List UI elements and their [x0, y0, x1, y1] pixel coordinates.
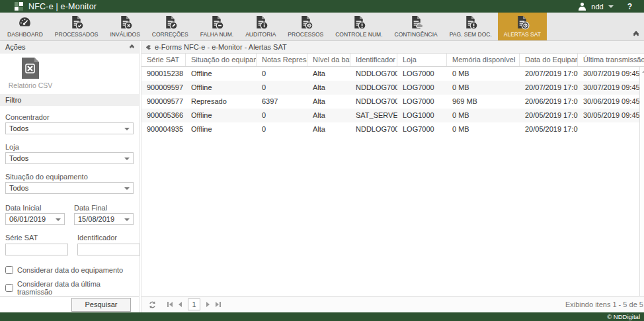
user-menu[interactable]: ndd — [591, 3, 603, 11]
tab-auditoria[interactable]: AUDITORIA — [239, 13, 282, 40]
vertical-scrollbar[interactable] — [639, 67, 644, 296]
table-cell: 30/07/2019 09:45:29 — [578, 67, 644, 81]
table-cell: 900005366 — [141, 109, 186, 122]
help-button[interactable]: ? — [627, 2, 632, 11]
tab-corre-es[interactable]: CORREÇÕES — [146, 13, 194, 40]
data-final-picker[interactable]: 15/08/2019 — [74, 213, 134, 225]
table-cell: 900009577 — [141, 95, 186, 109]
table-cell: NDDLOG7000001 — [350, 67, 397, 81]
chevron-down-icon — [124, 218, 130, 221]
column-header[interactable]: Memória disponível — [447, 54, 520, 66]
previous-page-button[interactable] — [179, 302, 182, 307]
toolbar: DASHBOARDPROCESSADOSINVÁLIDOSCORREÇÕESFA… — [0, 13, 644, 41]
column-header[interactable]: Série SAT — [141, 54, 186, 66]
column-header[interactable]: Loja — [397, 54, 447, 66]
identificador-label: Identificador — [77, 234, 140, 242]
column-header[interactable]: Data do Equipamento — [520, 54, 578, 66]
considerar-data-transmissao-checkbox[interactable] — [5, 284, 13, 292]
tab-label: AUDITORIA — [245, 31, 276, 38]
table-cell: 0 MB — [447, 81, 520, 95]
tab-dashboard[interactable]: DASHBOARD — [1, 13, 49, 40]
tab-alertas-sat[interactable]: ALERTAS SAT — [498, 13, 547, 40]
csv-file-icon — [20, 57, 40, 79]
considerar-data-equipamento-label: Considerar data do equipamento — [17, 266, 123, 274]
serie-sat-label: Série SAT — [5, 234, 68, 242]
toolbar-collapse-button[interactable] — [634, 32, 638, 37]
first-page-button[interactable] — [167, 302, 173, 307]
considerar-data-equipamento-checkbox[interactable] — [5, 266, 13, 274]
tab-inv-lidos[interactable]: INVÁLIDOS — [104, 13, 146, 40]
user-icon — [578, 3, 586, 11]
tab-conting-ncia[interactable]: CONTINGÊNCIA — [389, 13, 444, 40]
current-page-input[interactable]: 1 — [188, 298, 200, 310]
loja-select[interactable]: Todos — [5, 152, 134, 164]
table-cell: NDDLOG7000001 — [350, 95, 397, 109]
next-page-button[interactable] — [206, 302, 210, 307]
last-page-button[interactable] — [216, 302, 221, 307]
table-body: 900015238Offline0AltaNDDLOG7000001LOG700… — [141, 67, 644, 136]
tab-label: PROCESSADOS — [55, 31, 99, 38]
data-inicial-label: Data Inicial — [5, 204, 65, 212]
table-header: Série SATSituação do equipamentoNotas Re… — [141, 54, 644, 67]
table-cell: Alta — [307, 95, 350, 109]
serie-sat-input[interactable] — [5, 244, 68, 255]
tab-label: PAG. SEM DOC. — [450, 31, 492, 38]
table-cell: LOG7000 — [397, 67, 447, 81]
tab-label: FALHA NUM. — [200, 31, 234, 38]
concentrador-select[interactable]: Todos — [5, 122, 134, 134]
table-row[interactable]: 900015238Offline0AltaNDDLOG7000001LOG700… — [141, 67, 644, 81]
tab-pag-sem-doc[interactable]: PAG. SEM DOC. — [444, 13, 498, 40]
table-cell: Offline — [186, 122, 257, 136]
alertas-sat-grid: Série SATSituação do equipamentoNotas Re… — [141, 54, 644, 296]
table-cell: 6397 — [257, 95, 307, 109]
data-inicial-picker[interactable]: 06/01/2019 — [5, 213, 65, 225]
relatorio-csv-label: Relatório CSV — [9, 81, 53, 89]
app-logo-icon — [15, 2, 23, 11]
table-cell: 0 MB — [447, 109, 520, 122]
copyright: © NDDigital — [607, 313, 640, 320]
acoes-collapse-button[interactable] — [130, 45, 134, 49]
data-final-label: Data Final — [74, 204, 134, 212]
column-header[interactable]: Identificador — [350, 54, 397, 66]
column-header[interactable]: Notas Represadas — [257, 54, 307, 66]
identificador-input[interactable] — [77, 244, 140, 255]
table-cell: 20/06/2019 17:09:42 — [520, 95, 578, 109]
tab-label: INVÁLIDOS — [110, 31, 140, 38]
table-cell: 900015238 — [141, 67, 186, 81]
doc-info-icon — [253, 15, 268, 30]
column-header[interactable]: Nível da bateria — [307, 54, 350, 66]
table-row[interactable]: 900009597Offline0AltaNDDLOG7000001LOG700… — [141, 81, 644, 95]
chevron-down-icon[interactable] — [608, 5, 614, 8]
table-cell: 0 MB — [447, 67, 520, 81]
table-cell: Alta — [307, 81, 350, 95]
app-title: NFC-e | e-Monitor — [28, 2, 97, 11]
table-cell: 20/07/2019 17:09:42 — [520, 81, 578, 95]
tab-controle-num[interactable]: CONTROLE NUM. — [329, 13, 388, 40]
pesquisar-button[interactable]: Pesquisar — [71, 298, 131, 312]
doc-gear-icon — [298, 15, 313, 30]
table-cell: 0 — [257, 122, 307, 136]
doc-minus-icon — [209, 15, 224, 30]
table-cell: 20/07/2019 17:09:42 — [520, 67, 578, 81]
relatorio-csv-button[interactable]: Relatório CSV — [11, 57, 50, 89]
table-row[interactable]: 900005366Offline0AltaSAT_SERVER_OFFLOG10… — [141, 109, 644, 122]
refresh-button[interactable] — [148, 300, 157, 309]
column-header[interactable]: Última transmissão — [578, 54, 644, 66]
title-bar: NFC-e | e-Monitor ndd ? — [0, 0, 644, 13]
tab-processados[interactable]: PROCESSADOS — [49, 13, 104, 40]
table-cell: 30/07/2019 09:45:29 — [578, 81, 644, 95]
acoes-title: Ações — [5, 43, 26, 51]
table-row[interactable]: 900009577Represado6397AltaNDDLOG7000001L… — [141, 95, 644, 109]
column-header[interactable]: Situação do equipamento — [186, 54, 257, 66]
situacao-select[interactable]: Todos — [5, 182, 134, 194]
tab-falha-num[interactable]: FALHA NUM. — [194, 13, 240, 40]
tab-processos[interactable]: PROCESSOS — [282, 13, 329, 40]
tab-label: CORREÇÕES — [152, 31, 188, 38]
doc-alert-icon — [463, 15, 478, 30]
table-cell: LOG7000 — [397, 95, 447, 109]
collapse-sidebar-icon[interactable] — [147, 46, 149, 49]
situacao-label: Situação do equipamento — [5, 173, 134, 181]
table-cell: 0 — [257, 67, 307, 81]
table-row[interactable]: 900004935Offline0AltaNDDLOG7000001LOG700… — [141, 122, 644, 136]
tab-label: PROCESSOS — [288, 31, 323, 38]
